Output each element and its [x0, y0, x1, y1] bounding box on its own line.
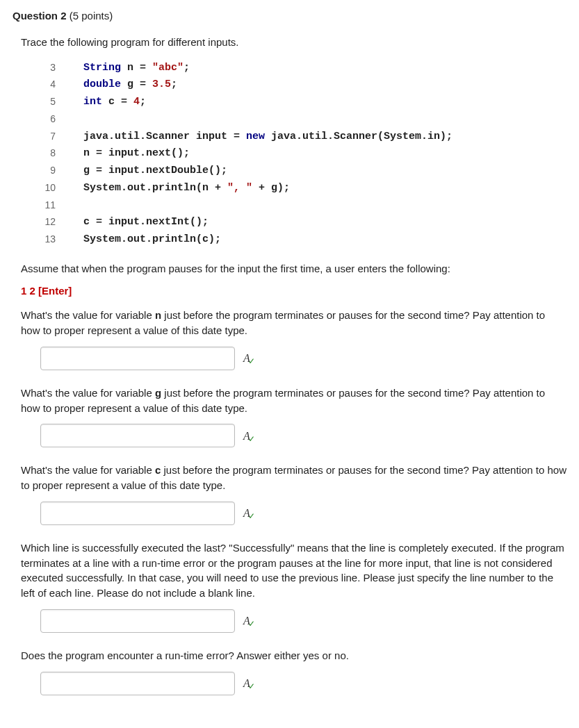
answer-input[interactable]	[40, 672, 235, 695]
assume-text: Assume that when the program pauses for …	[21, 261, 566, 276]
line-number: 13	[42, 231, 83, 249]
code-text: System.out.println(n + ", " + g);	[83, 180, 290, 197]
code-line: 11	[42, 197, 566, 215]
code-text: String n = "abc";	[83, 60, 190, 77]
answer-input[interactable]	[40, 424, 235, 447]
code-text: int c = 4;	[83, 94, 146, 111]
code-text: java.util.Scanner input = new java.util.…	[83, 129, 452, 146]
line-number: 3	[42, 60, 83, 77]
spellcheck-icon[interactable]: A✓	[243, 613, 257, 629]
instruction-text: Trace the following program for differen…	[21, 35, 566, 50]
spellcheck-icon[interactable]: A✓	[243, 505, 257, 521]
line-number: 6	[42, 111, 83, 129]
user-input-values: 1 2	[21, 285, 38, 297]
code-text: n = input.next();	[83, 145, 190, 163]
line-number: 7	[42, 129, 83, 146]
code-line: 12c = input.nextInt();	[42, 214, 566, 231]
code-block: 3String n = "abc";4double g = 3.5;5int c…	[42, 60, 566, 249]
code-line: 4double g = 3.5;	[42, 76, 566, 94]
question-prompt: Does the program encounter a run-time er…	[21, 648, 566, 663]
code-line: 8n = input.next();	[42, 145, 566, 163]
answer-input[interactable]	[40, 347, 235, 370]
code-text: double g = 3.5;	[83, 76, 177, 94]
question-label: Question 2	[13, 10, 67, 22]
code-line: 5int c = 4;	[42, 94, 566, 111]
line-number: 12	[42, 214, 83, 231]
line-number: 11	[42, 197, 83, 215]
question-block: What's the value for variable g just bef…	[21, 386, 566, 448]
spellcheck-icon[interactable]: A✓	[243, 350, 257, 366]
code-line: 9g = input.nextDouble();	[42, 163, 566, 180]
answer-row: A✓	[40, 347, 566, 370]
user-input-enter: [Enter]	[38, 285, 72, 297]
code-line: 6	[42, 111, 566, 129]
question-prompt: What's the value for variable n just bef…	[21, 308, 566, 338]
answer-input[interactable]	[40, 502, 235, 525]
question-block: What's the value for variable c just bef…	[21, 463, 566, 525]
answer-row: A✓	[40, 502, 566, 525]
questions-container: What's the value for variable n just bef…	[13, 308, 566, 695]
question-header: Question 2 (5 points)	[13, 8, 566, 24]
spellcheck-icon[interactable]: A✓	[243, 428, 257, 444]
line-number: 8	[42, 145, 83, 163]
question-prompt: What's the value for variable c just bef…	[21, 463, 566, 493]
question-points: (5 points)	[70, 10, 113, 22]
answer-row: A✓	[40, 672, 566, 695]
line-number: 5	[42, 94, 83, 111]
line-number: 10	[42, 180, 83, 197]
code-text	[83, 111, 90, 129]
code-text: c = input.nextInt();	[83, 214, 209, 231]
answer-input[interactable]	[40, 609, 235, 633]
code-text: System.out.println(c);	[83, 231, 221, 249]
code-text	[83, 197, 90, 215]
answer-row: A✓	[40, 609, 566, 633]
question-block: What's the value for variable n just bef…	[21, 308, 566, 370]
code-line: 7java.util.Scanner input = new java.util…	[42, 129, 566, 146]
answer-row: A✓	[40, 424, 566, 447]
code-line: 13System.out.println(c);	[42, 231, 566, 249]
user-input-line: 1 2 [Enter]	[21, 283, 566, 299]
code-line: 10System.out.println(n + ", " + g);	[42, 180, 566, 197]
line-number: 4	[42, 76, 83, 94]
code-text: g = input.nextDouble();	[83, 163, 227, 180]
line-number: 9	[42, 163, 83, 180]
question-prompt: Which line is successfully executed the …	[21, 540, 566, 601]
code-line: 3String n = "abc";	[42, 60, 566, 77]
question-block: Does the program encounter a run-time er…	[21, 648, 566, 695]
question-block: Which line is successfully executed the …	[21, 540, 566, 633]
question-prompt: What's the value for variable g just bef…	[21, 386, 566, 416]
spellcheck-icon[interactable]: A✓	[243, 675, 257, 691]
